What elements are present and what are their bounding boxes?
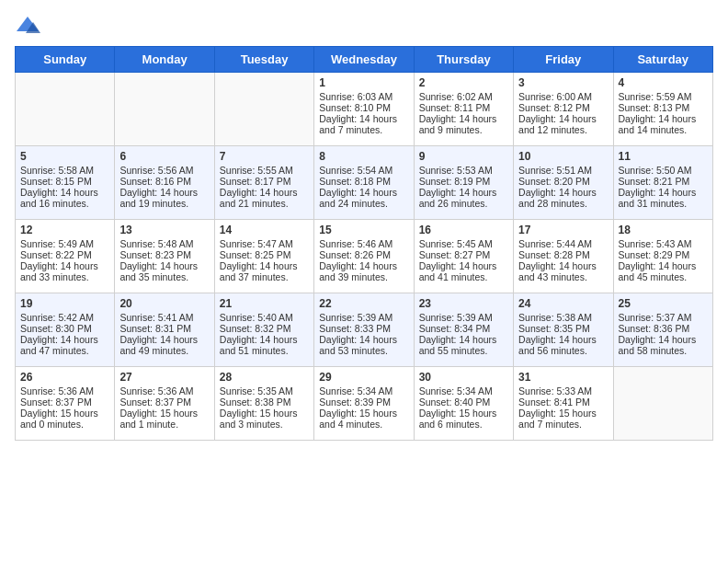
day-info: Daylight: 14 hours <box>518 113 608 124</box>
day-info: and 56 minutes. <box>518 345 608 356</box>
day-info: Sunset: 8:16 PM <box>119 176 209 187</box>
calendar-cell: 27Sunrise: 5:36 AMSunset: 8:37 PMDayligh… <box>115 367 214 441</box>
day-info: Sunrise: 5:53 AM <box>419 165 508 176</box>
day-info: Daylight: 14 hours <box>419 334 508 345</box>
day-number: 7 <box>220 150 309 163</box>
day-info: Sunrise: 5:55 AM <box>220 165 309 176</box>
day-info: Sunset: 8:34 PM <box>419 323 508 334</box>
day-info: Sunrise: 5:58 AM <box>20 165 109 176</box>
calendar-cell: 2Sunrise: 6:02 AMSunset: 8:11 PMDaylight… <box>414 73 513 146</box>
day-number: 31 <box>518 371 608 384</box>
calendar-cell: 25Sunrise: 5:37 AMSunset: 8:36 PMDayligh… <box>613 293 712 367</box>
day-info: and 16 minutes. <box>20 198 109 209</box>
day-info: Daylight: 14 hours <box>419 187 508 198</box>
day-info: Daylight: 15 hours <box>518 408 608 419</box>
calendar-cell: 10Sunrise: 5:51 AMSunset: 8:20 PMDayligh… <box>514 146 613 220</box>
weekday-header-tuesday: Tuesday <box>214 47 313 73</box>
calendar-cell: 6Sunrise: 5:56 AMSunset: 8:16 PMDaylight… <box>115 146 214 220</box>
day-info: and 45 minutes. <box>619 271 708 282</box>
calendar-cell: 23Sunrise: 5:39 AMSunset: 8:34 PMDayligh… <box>414 293 513 367</box>
day-info: and 14 minutes. <box>619 124 708 135</box>
calendar-cell: 16Sunrise: 5:45 AMSunset: 8:27 PMDayligh… <box>414 220 513 293</box>
day-info: Daylight: 15 hours <box>419 408 508 419</box>
day-info: Sunset: 8:36 PM <box>619 323 708 334</box>
day-info: Sunset: 8:38 PM <box>220 396 309 408</box>
day-info: Daylight: 14 hours <box>619 113 708 124</box>
calendar-cell <box>613 367 712 441</box>
calendar-week-1: 1Sunrise: 6:03 AMSunset: 8:10 PMDaylight… <box>16 73 713 146</box>
day-info: Sunrise: 5:47 AM <box>220 238 309 249</box>
day-info: Sunset: 8:25 PM <box>220 249 309 260</box>
day-info: and 28 minutes. <box>518 198 608 209</box>
day-info: and 6 minutes. <box>419 419 508 430</box>
day-info: Daylight: 14 hours <box>20 334 109 345</box>
day-info: Sunrise: 5:39 AM <box>419 312 508 323</box>
calendar-cell: 8Sunrise: 5:54 AMSunset: 8:18 PMDaylight… <box>314 146 414 220</box>
day-info: and 55 minutes. <box>419 345 508 356</box>
day-info: Daylight: 15 hours <box>20 408 109 419</box>
day-info: and 4 minutes. <box>319 419 408 430</box>
day-info: Sunrise: 6:03 AM <box>319 91 408 102</box>
day-info: Sunrise: 5:39 AM <box>319 312 408 323</box>
day-number: 30 <box>419 371 508 384</box>
day-info: Sunrise: 5:37 AM <box>619 312 708 323</box>
day-info: Sunrise: 6:02 AM <box>419 91 508 102</box>
day-number: 10 <box>518 150 608 163</box>
day-number: 27 <box>119 371 209 384</box>
weekday-header-monday: Monday <box>115 47 214 73</box>
day-number: 4 <box>619 76 708 89</box>
day-number: 25 <box>619 297 708 310</box>
calendar-week-5: 26Sunrise: 5:36 AMSunset: 8:37 PMDayligh… <box>16 367 713 441</box>
day-info: Sunrise: 5:50 AM <box>619 165 708 176</box>
day-info: Sunset: 8:19 PM <box>419 176 508 187</box>
day-number: 22 <box>319 297 408 310</box>
calendar-week-4: 19Sunrise: 5:42 AMSunset: 8:30 PMDayligh… <box>16 293 713 367</box>
calendar-cell: 4Sunrise: 5:59 AMSunset: 8:13 PMDaylight… <box>613 73 712 146</box>
day-info: Sunset: 8:27 PM <box>419 249 508 260</box>
day-info: Daylight: 14 hours <box>119 260 209 271</box>
day-info: Daylight: 14 hours <box>319 187 408 198</box>
day-info: Sunset: 8:28 PM <box>518 249 608 260</box>
calendar-cell <box>115 73 214 146</box>
weekday-header-saturday: Saturday <box>613 47 712 73</box>
day-info: Daylight: 15 hours <box>119 408 209 419</box>
day-info: and 19 minutes. <box>119 198 209 209</box>
logo-icon <box>15 15 40 35</box>
day-info: Daylight: 14 hours <box>319 334 408 345</box>
day-info: Daylight: 14 hours <box>20 260 109 271</box>
day-info: Sunset: 8:32 PM <box>220 323 309 334</box>
day-number: 23 <box>419 297 508 310</box>
day-info: Daylight: 14 hours <box>220 260 309 271</box>
calendar-cell: 22Sunrise: 5:39 AMSunset: 8:33 PMDayligh… <box>314 293 414 367</box>
day-info: Sunrise: 5:46 AM <box>319 238 408 249</box>
day-info: Daylight: 14 hours <box>20 187 109 198</box>
day-number: 21 <box>220 297 309 310</box>
day-info: Daylight: 14 hours <box>319 260 408 271</box>
weekday-header-wednesday: Wednesday <box>314 47 414 73</box>
day-number: 16 <box>419 224 508 236</box>
day-info: Daylight: 15 hours <box>220 408 309 419</box>
day-info: Daylight: 14 hours <box>619 187 708 198</box>
day-info: Sunset: 8:37 PM <box>119 396 209 408</box>
day-info: Sunset: 8:30 PM <box>20 323 109 334</box>
day-info: Sunrise: 5:34 AM <box>419 385 508 396</box>
day-info: Sunrise: 5:56 AM <box>119 165 209 176</box>
day-info: and 37 minutes. <box>220 271 309 282</box>
calendar-cell: 18Sunrise: 5:43 AMSunset: 8:29 PMDayligh… <box>613 220 712 293</box>
day-info: Sunrise: 5:59 AM <box>619 91 708 102</box>
day-number: 15 <box>319 224 408 236</box>
day-info: Sunrise: 5:36 AM <box>20 385 109 396</box>
day-info: Sunrise: 5:33 AM <box>518 385 608 396</box>
day-info: Sunset: 8:26 PM <box>319 249 408 260</box>
day-number: 9 <box>419 150 508 163</box>
day-info: and 3 minutes. <box>220 419 309 430</box>
day-info: and 58 minutes. <box>619 345 708 356</box>
day-number: 29 <box>319 371 408 384</box>
day-info: Sunset: 8:17 PM <box>220 176 309 187</box>
day-info: Daylight: 14 hours <box>518 334 608 345</box>
day-info: and 7 minutes. <box>319 124 408 135</box>
day-info: Sunset: 8:41 PM <box>518 396 608 408</box>
day-info: Sunset: 8:11 PM <box>419 102 508 113</box>
calendar-cell: 13Sunrise: 5:48 AMSunset: 8:23 PMDayligh… <box>115 220 214 293</box>
calendar-cell: 3Sunrise: 6:00 AMSunset: 8:12 PMDaylight… <box>514 73 613 146</box>
